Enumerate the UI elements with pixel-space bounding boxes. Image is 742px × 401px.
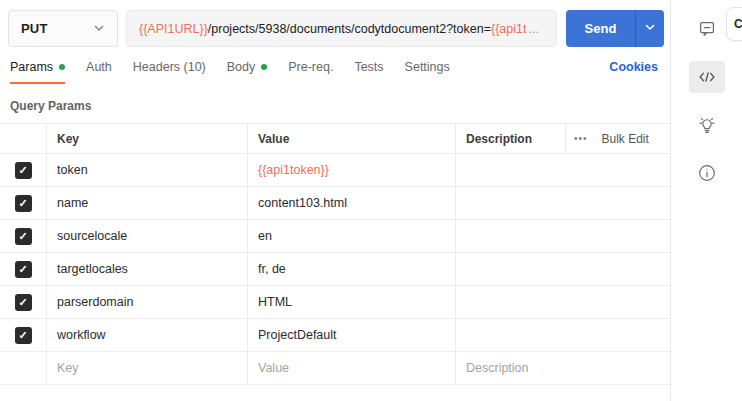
tab-label: Body (227, 60, 256, 74)
header-actions-cell: ••• Bulk Edit (565, 124, 670, 153)
param-key-cell[interactable]: parserdomain (46, 286, 247, 318)
url-ellipsis: ... (528, 22, 538, 36)
param-row-sourcelocale: ✓ sourcelocale en (0, 220, 670, 253)
param-value-cell[interactable]: {{api1token}} (247, 154, 455, 186)
tab-pre-req[interactable]: Pre-req. (288, 60, 333, 82)
tab-settings[interactable]: Settings (405, 60, 450, 82)
checkbox-cell: ✓ (0, 154, 46, 186)
query-params-title: Query Params (10, 99, 670, 113)
url-path: /projects/5938/documents/codytdocument2?… (208, 22, 491, 36)
more-options-icon[interactable]: ••• (574, 133, 588, 144)
request-bar: PUT {{API1URL}}/projects/5938/documents/… (0, 0, 670, 47)
info-icon[interactable] (689, 157, 725, 189)
param-key-cell[interactable]: name (46, 187, 247, 219)
param-row-targetlocales: ✓ targetlocales fr, de (0, 253, 670, 286)
method-select[interactable]: PUT (8, 10, 118, 47)
send-button-group: Send (566, 10, 664, 47)
url-base-variable: {{API1URL}} (139, 22, 208, 36)
tab-label: Params (10, 60, 53, 74)
param-row-name: ✓ name content103.html (0, 187, 670, 220)
param-value-cell[interactable]: HTML (247, 286, 455, 318)
param-key-cell[interactable]: workflow (46, 319, 247, 351)
tab-tests[interactable]: Tests (354, 60, 383, 82)
row-checkbox[interactable]: ✓ (15, 162, 32, 179)
param-key-cell[interactable]: targetlocales (46, 253, 247, 285)
tab-params[interactable]: Params (10, 60, 65, 84)
param-value-cell[interactable]: fr, de (247, 253, 455, 285)
table-header-row: Key Value Description ••• Bulk Edit (0, 124, 670, 154)
header-key: Key (46, 124, 247, 153)
row-checkbox[interactable]: ✓ (15, 261, 32, 278)
param-row-token: ✓ token {{api1token}} (0, 154, 670, 187)
corner-glyph: C (734, 17, 742, 31)
param-value-cell[interactable]: ProjectDefault (247, 319, 455, 351)
app-root: PUT {{API1URL}}/projects/5938/documents/… (0, 0, 742, 401)
tab-auth[interactable]: Auth (86, 60, 112, 82)
header-value: Value (247, 124, 455, 153)
param-description-cell[interactable] (455, 220, 670, 252)
tab-label: Headers (10) (133, 60, 206, 74)
url-input[interactable]: {{API1URL}}/projects/5938/documents/cody… (126, 10, 557, 47)
method-label: PUT (21, 21, 48, 36)
header-checkbox-cell (0, 124, 46, 153)
tab-headers[interactable]: Headers (10) (133, 60, 206, 82)
right-sidebar (671, 0, 742, 401)
cookies-link[interactable]: Cookies (609, 60, 658, 74)
new-param-key-input[interactable]: Key (46, 352, 247, 384)
bulk-edit-button[interactable]: Bulk Edit (602, 132, 649, 146)
tab-body[interactable]: Body (227, 60, 268, 82)
checkbox-cell: ✓ (0, 286, 46, 318)
lightbulb-icon[interactable] (689, 109, 725, 141)
row-checkbox[interactable]: ✓ (15, 228, 32, 245)
param-value-cell[interactable]: en (247, 220, 455, 252)
row-checkbox[interactable]: ✓ (15, 294, 32, 311)
params-status-dot (59, 64, 65, 70)
header-description: Description (455, 124, 565, 153)
chevron-down-icon (93, 20, 105, 38)
query-params-table: Key Value Description ••• Bulk Edit ✓ to… (0, 123, 670, 385)
param-value-cell[interactable]: content103.html (247, 187, 455, 219)
checkbox-cell (0, 352, 46, 384)
param-key-cell[interactable]: token (46, 154, 247, 186)
comment-icon[interactable] (689, 13, 725, 45)
checkbox-cell: ✓ (0, 319, 46, 351)
send-button[interactable]: Send (566, 10, 635, 47)
request-tabs: Params Auth Headers (10) Body Pre-req. T… (0, 60, 670, 87)
param-description-cell[interactable] (455, 154, 670, 186)
send-options-button[interactable] (635, 10, 664, 47)
param-description-cell[interactable] (455, 319, 670, 351)
checkbox-cell: ✓ (0, 187, 46, 219)
row-checkbox[interactable]: ✓ (15, 195, 32, 212)
param-row-parserdomain: ✓ parserdomain HTML (0, 286, 670, 319)
tab-label: Tests (354, 60, 383, 74)
body-status-dot (261, 64, 267, 70)
checkbox-cell: ✓ (0, 253, 46, 285)
request-panel: PUT {{API1URL}}/projects/5938/documents/… (0, 0, 671, 401)
code-icon[interactable] (689, 61, 725, 93)
chevron-down-icon (644, 21, 656, 36)
checkbox-cell: ✓ (0, 220, 46, 252)
url-token-variable: {{api1t (491, 22, 526, 36)
param-description-cell[interactable] (455, 187, 670, 219)
tab-label: Auth (86, 60, 112, 74)
tab-label: Pre-req. (288, 60, 333, 74)
corner-partial-card[interactable]: C (726, 7, 742, 41)
new-param-value-input[interactable]: Value (247, 352, 455, 384)
param-row-empty: Key Value Description (0, 352, 670, 385)
tab-label: Settings (405, 60, 450, 74)
param-description-cell[interactable] (455, 253, 670, 285)
param-row-workflow: ✓ workflow ProjectDefault (0, 319, 670, 352)
new-param-description-input[interactable]: Description (455, 352, 670, 384)
param-description-cell[interactable] (455, 286, 670, 318)
row-checkbox[interactable]: ✓ (15, 327, 32, 344)
param-key-cell[interactable]: sourcelocale (46, 220, 247, 252)
